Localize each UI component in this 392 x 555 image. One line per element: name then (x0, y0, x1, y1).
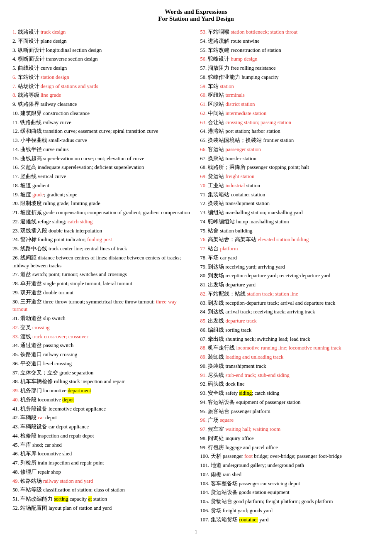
item-num: 86. (200, 327, 207, 333)
list-item: 80. 到发场 reception-departure yard; receiv… (200, 272, 380, 280)
list-item: 81. 出发场 departure yard (200, 281, 380, 289)
list-item: 89. 装卸线 loading and unloading track (200, 353, 380, 361)
item-num: 61. (200, 101, 207, 107)
item-num: 6. (12, 74, 16, 80)
item-num: 78. (200, 255, 207, 261)
page-container: Words and Expressions For Station and Ya… (12, 8, 380, 535)
list-item: 63. 会让站 crossing station; passing statio… (200, 119, 380, 127)
list-item: 50. 车站等级 classification of station; clas… (12, 486, 192, 494)
item-num: 60. (200, 92, 207, 98)
item-num: 96. (200, 417, 207, 423)
list-item: 66. 客运站 passenger station (200, 146, 380, 154)
header-title1: Words and Expressions (12, 8, 380, 15)
item-num: 7. (12, 83, 16, 89)
list-item: 83. 到发线 reception-departure track; arriv… (200, 299, 380, 307)
list-item: 23. 双线插入段 double track interpolation (12, 227, 192, 235)
item-num: 11. (12, 120, 19, 125)
item-num: 25. (12, 246, 19, 252)
list-item: 68. 线路所；乘降所 passenger stopping point; ha… (200, 164, 380, 171)
item-num: 81. (200, 282, 207, 288)
item-num: 102. (200, 472, 209, 477)
list-item: 97. 候车室 waiting hall; waiting room (200, 425, 380, 433)
item-num: 17. (12, 174, 19, 179)
main-content: 1. 线路设计 track design2. 平面设计 plane design… (12, 28, 380, 525)
list-item: 19. 坡度 grade; gradient; slope (12, 191, 192, 199)
item-num: 79. (200, 264, 207, 270)
list-item: 3. 纵断面设计 longitudinal section design (12, 46, 192, 54)
item-num: 48. (12, 469, 19, 475)
item-num: 38. (12, 379, 19, 384)
list-item: 42. 车辆段 car depot (12, 414, 192, 422)
item-num: 57. (200, 65, 207, 71)
item-num: 43. (12, 424, 19, 430)
item-num: 51. (12, 496, 19, 502)
page-footer: 1 (12, 529, 380, 535)
item-num: 36. (12, 361, 19, 367)
list-item: 51. 车站改编能力 sorting capacity at station (12, 495, 192, 503)
item-num: 32. (12, 325, 19, 330)
list-item: 37. 立体交叉；立交 grade separation (12, 369, 192, 377)
item-num: 98. (200, 435, 207, 441)
list-item: 38. 机车车辆检修 rolling stock inspection and … (12, 378, 192, 386)
item-num: 12. (12, 128, 19, 134)
list-item: 56. 驼峰设计 hump design (200, 55, 380, 63)
item-num: 62. (200, 110, 207, 116)
list-item: 57. 溜放阻力 free rolling resistance (200, 64, 380, 72)
list-item: 41. 机务段设备 locomotive depot appliance (12, 405, 192, 413)
item-num: 69. (200, 174, 207, 179)
list-item: 75. 站舍 station building (200, 227, 380, 235)
list-item: 88. 机车走行线 locomotive running line; locom… (200, 344, 380, 352)
item-num: 72. (200, 200, 207, 206)
list-item: 99. 行包房 luggage and parcel office (200, 444, 380, 452)
list-item: 5. 曲线设计 curve design (12, 64, 192, 72)
page-header: Words and Expressions For Station and Ya… (12, 8, 380, 22)
item-num: 46. (12, 451, 19, 457)
list-item: 76. 高架站舍；高架车站 elevated station building (200, 236, 380, 244)
item-num: 39. (12, 388, 19, 394)
list-item: 73. 编组站 marshalling station; marshalling… (200, 209, 380, 217)
item-num: 8. (12, 92, 16, 98)
list-item: 85. 出发线 departure track (200, 317, 380, 325)
list-item: 26. 线间距 distance between centres of line… (12, 254, 192, 270)
list-item: 36. 平交道口 level crossing (12, 360, 192, 368)
list-item: 100. 天桥 passenger foot bridge; over-brid… (200, 452, 380, 460)
list-item: 98. 问询处 inquiry office (200, 435, 380, 443)
list-item: 55. 车站改建 reconstruction of station (200, 46, 380, 54)
list-item: 78. 车场 car yard (200, 254, 380, 262)
list-item: 11. 铁路曲线 railway curve (12, 119, 192, 127)
item-num: 5. (12, 65, 16, 71)
list-item: 86. 编组线 sorting track (200, 326, 380, 334)
item-num: 41. (12, 406, 19, 412)
item-num: 24. (12, 237, 19, 242)
list-item: 44. 检修段 inspection and repair depot (12, 432, 192, 440)
list-item: 35. 铁路道口 railway crossing (12, 351, 192, 359)
list-item: 47. 列检所 train inspection and repair poin… (12, 459, 192, 467)
list-item: 21. 坡度折减 grade compensation; compensatio… (12, 209, 192, 217)
item-num: 103. (200, 481, 209, 487)
header-title2: For Station and Yard Design (12, 15, 380, 22)
list-item: 96. 广场 square (200, 416, 380, 424)
item-num: 37. (12, 370, 19, 376)
item-num: 13. (12, 137, 19, 143)
item-num: 73. (200, 210, 207, 215)
list-item: 27. 道岔 switch; point; turnout; switches … (12, 271, 192, 279)
item-num: 97. (200, 426, 207, 432)
item-num: 66. (200, 147, 207, 152)
item-num: 47. (12, 460, 19, 466)
list-item: 43. 车辆段设备 car depot appliance (12, 423, 192, 431)
item-num: 27. (12, 271, 19, 277)
list-item: 95. 旅客站台 passenger platform (200, 408, 380, 416)
list-item: 64. 港湾站 port station; harbor station (200, 127, 380, 135)
list-item: 30. 三开道岔 three-throw turnout; symmetrica… (12, 298, 192, 314)
list-item: 6. 车站设计 station design (12, 73, 192, 81)
list-item: 52. 站场配置图 layout plan of station and yar… (12, 504, 192, 512)
list-item: 34. 通过道岔 passing switch (12, 342, 192, 350)
item-num: 93. (200, 390, 207, 396)
item-num: 14. (12, 147, 19, 152)
item-num: 76. (200, 237, 207, 242)
item-num: 63. (200, 120, 207, 125)
item-num: 59. (200, 83, 207, 89)
item-num: 84. (200, 309, 207, 315)
item-num: 71. (200, 192, 207, 198)
item-num: 34. (12, 342, 19, 348)
